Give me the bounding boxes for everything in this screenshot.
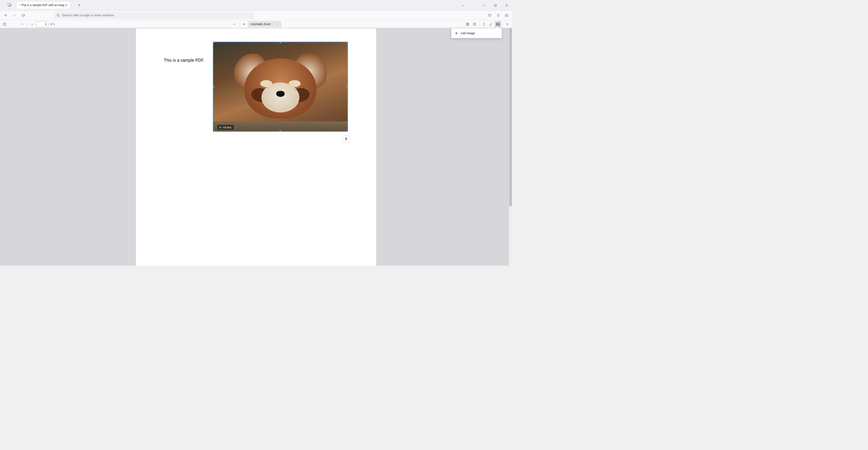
resize-handle-bm[interactable] bbox=[280, 130, 281, 132]
separator bbox=[27, 22, 27, 26]
new-tab-button[interactable] bbox=[75, 2, 83, 9]
resize-handle-ml[interactable] bbox=[213, 86, 214, 87]
separator bbox=[479, 22, 479, 26]
text-tool-button[interactable] bbox=[481, 21, 487, 27]
page-count-label: of 1 bbox=[50, 22, 55, 25]
delete-image-button[interactable] bbox=[343, 135, 349, 142]
image-icon bbox=[496, 22, 500, 26]
pdf-viewer[interactable]: This is a sample PDF. Alt text bbox=[0, 28, 512, 266]
print-icon bbox=[466, 22, 470, 26]
page-number-input[interactable] bbox=[36, 21, 48, 27]
minimize-window-button[interactable] bbox=[479, 0, 490, 11]
svg-rect-4 bbox=[3, 23, 6, 25]
pdf-page[interactable]: This is a sample PDF. Alt text bbox=[136, 28, 377, 266]
nav-toolbar bbox=[0, 11, 512, 20]
download-button[interactable] bbox=[471, 21, 478, 27]
close-icon bbox=[65, 4, 67, 6]
download-icon bbox=[473, 22, 477, 26]
text-cursor-icon bbox=[482, 22, 486, 26]
svg-rect-7 bbox=[467, 24, 469, 26]
alt-text-button[interactable]: Alt text bbox=[217, 125, 234, 129]
add-image-menu-item[interactable]: Add image bbox=[453, 29, 501, 37]
chevrons-right-icon bbox=[505, 22, 509, 26]
close-window-button[interactable] bbox=[501, 0, 512, 11]
resize-handle-br[interactable] bbox=[347, 130, 348, 132]
resize-handle-mr[interactable] bbox=[347, 86, 348, 87]
close-tab-button[interactable] bbox=[64, 3, 68, 7]
puzzle-icon bbox=[496, 14, 500, 17]
minus-icon bbox=[233, 23, 236, 25]
minimize-icon bbox=[483, 4, 485, 6]
save-to-pocket-button[interactable] bbox=[486, 12, 493, 19]
address-input[interactable] bbox=[62, 14, 252, 17]
image-tool-button[interactable] bbox=[495, 21, 501, 27]
maximize-window-button[interactable] bbox=[490, 0, 501, 11]
trash-icon bbox=[345, 137, 348, 140]
more-tools-button[interactable] bbox=[504, 21, 511, 27]
app-menu-button[interactable] bbox=[503, 12, 510, 19]
list-all-tabs-button[interactable] bbox=[459, 0, 467, 11]
alt-text-label: Alt text bbox=[223, 126, 231, 129]
forward-button[interactable] bbox=[11, 12, 18, 19]
reload-button[interactable] bbox=[20, 12, 27, 19]
browser-tab[interactable]: * This is a sample PDF with an imag bbox=[16, 1, 70, 9]
address-bar[interactable] bbox=[54, 12, 254, 19]
pdf-body-text: This is a sample PDF. bbox=[164, 58, 204, 63]
plus-icon bbox=[455, 32, 458, 35]
maximize-icon bbox=[494, 4, 497, 6]
zoom-out-button[interactable] bbox=[231, 21, 238, 27]
svg-point-10 bbox=[497, 23, 498, 24]
forward-arrow-icon bbox=[13, 14, 16, 17]
pocket-icon bbox=[488, 14, 492, 17]
chevron-up-icon bbox=[21, 23, 24, 25]
recent-browsing-button[interactable] bbox=[5, 1, 14, 9]
svg-rect-6 bbox=[466, 23, 469, 25]
add-image-label: Add image bbox=[461, 32, 475, 35]
zoom-in-button[interactable] bbox=[241, 21, 247, 27]
inserted-image-selection[interactable]: Alt text bbox=[213, 42, 348, 131]
zoom-select[interactable]: Automatic Zoom bbox=[248, 21, 281, 27]
resize-handle-tl[interactable] bbox=[213, 42, 214, 43]
plus-icon bbox=[219, 126, 222, 128]
search-icon bbox=[57, 14, 60, 17]
resize-handle-bl[interactable] bbox=[213, 130, 214, 132]
sidebar-icon bbox=[3, 22, 7, 26]
print-button[interactable] bbox=[464, 21, 471, 27]
scrollbar-track[interactable] bbox=[509, 28, 512, 266]
svg-rect-2 bbox=[495, 4, 496, 6]
back-arrow-icon bbox=[4, 14, 7, 17]
previous-page-button[interactable] bbox=[19, 21, 26, 27]
chevron-down-icon bbox=[31, 23, 34, 25]
recent-browsing-icon bbox=[7, 3, 12, 7]
pen-icon bbox=[489, 22, 493, 26]
reload-icon bbox=[21, 14, 25, 17]
zoom-select-label: Automatic Zoom bbox=[250, 22, 270, 25]
close-icon bbox=[505, 4, 508, 7]
draw-tool-button[interactable] bbox=[488, 21, 494, 27]
tab-title: * This is a sample PDF with an imag bbox=[19, 4, 64, 7]
separator bbox=[502, 22, 503, 26]
resize-handle-tr[interactable] bbox=[347, 42, 348, 43]
chevron-down-icon bbox=[462, 4, 464, 7]
plus-icon bbox=[78, 4, 81, 6]
image-tool-dropdown: Add image bbox=[451, 28, 502, 38]
chevron-down-icon bbox=[277, 23, 279, 25]
extensions-button[interactable] bbox=[495, 12, 502, 19]
next-page-button[interactable] bbox=[29, 21, 36, 27]
resize-handle-tm[interactable] bbox=[280, 42, 281, 43]
separator bbox=[239, 22, 239, 26]
tab-strip: * This is a sample PDF with an imag bbox=[0, 0, 512, 11]
hamburger-icon bbox=[505, 14, 508, 17]
svg-rect-1 bbox=[7, 3, 10, 6]
toggle-sidebar-button[interactable] bbox=[2, 21, 8, 27]
pdf-toolbar: of 1 Automatic Zoom bbox=[0, 20, 512, 28]
plus-icon bbox=[243, 23, 245, 25]
scrollbar-thumb[interactable] bbox=[509, 28, 512, 206]
back-button[interactable] bbox=[2, 12, 9, 19]
